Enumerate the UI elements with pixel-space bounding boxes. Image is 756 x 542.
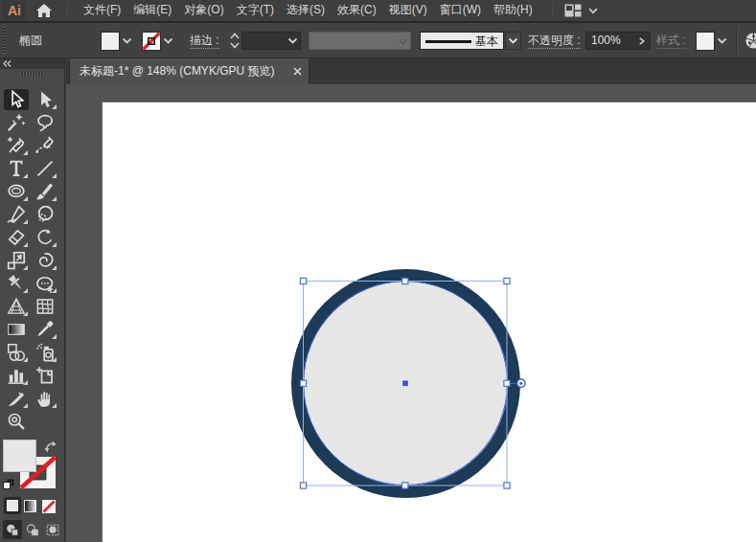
tool-width[interactable] — [33, 250, 57, 271]
tools-panel-gripper[interactable] — [20, 72, 45, 77]
tool-magic-wand[interactable] — [4, 112, 29, 133]
tool-eyedropper[interactable] — [33, 319, 57, 340]
tool-slice[interactable] — [4, 388, 29, 409]
menu-object[interactable]: 对象(O) — [184, 0, 223, 21]
swap-fill-stroke-icon[interactable] — [44, 440, 57, 453]
tool-zoom[interactable] — [4, 411, 29, 432]
color-button-swatch — [7, 500, 18, 511]
tool-direct-selection[interactable] — [33, 89, 57, 110]
style-chevron-down-icon[interactable] — [717, 37, 727, 45]
tool-symbol-sprayer[interactable] — [33, 342, 57, 363]
selection-overlay — [66, 84, 756, 542]
tool-perspective-grid[interactable] — [4, 296, 29, 317]
width-profile-dropdown-disabled — [309, 32, 411, 50]
gradient-button[interactable] — [24, 500, 36, 512]
document-tab-title: 未标题-1* @ 148% (CMYK/GPU 预览) — [80, 58, 275, 84]
color-button[interactable] — [4, 497, 21, 514]
stroke-weight-dropdown[interactable] — [241, 32, 301, 50]
stroke-color-swatch-none[interactable] — [142, 32, 161, 51]
opacity-label[interactable]: 不透明度 : — [528, 23, 581, 57]
tool-line-segment[interactable] — [33, 158, 57, 179]
document-tab-bar: 未标题-1* @ 148% (CMYK/GPU 预览) — [66, 58, 756, 84]
canvas-viewport[interactable] — [66, 84, 756, 542]
tool-mesh[interactable] — [33, 296, 57, 317]
chevron-down-icon — [508, 37, 518, 45]
chevron-right-icon — [638, 37, 646, 45]
tools-panel — [0, 58, 65, 542]
menu-bar: Ai 文件(F) 编辑(E) 对象(O) 文字(T) 选择(S) 效果(C) 视… — [0, 0, 756, 21]
tool-pen[interactable] — [4, 135, 29, 156]
tools-panel-header — [0, 58, 64, 69]
menubar-separator — [67, 3, 68, 18]
context-label: 椭圆 — [19, 23, 42, 57]
menu-type[interactable]: 文字(T) — [237, 0, 274, 21]
menubar-separator — [552, 3, 553, 18]
control-bar: 椭圆 描边 : 基本 不透明度 : 100% — [0, 23, 756, 57]
tool-puppet-warp[interactable] — [4, 273, 29, 294]
center-point-handle[interactable] — [402, 380, 408, 386]
opacity-value: 100% — [591, 33, 621, 49]
none-button[interactable] — [42, 500, 56, 513]
pie-widget-handle[interactable] — [517, 379, 525, 387]
chevron-down-icon — [398, 38, 408, 46]
menu-view[interactable]: 视图(V) — [389, 0, 427, 21]
document-tab[interactable]: 未标题-1* @ 148% (CMYK/GPU 预览) — [69, 58, 309, 84]
draw-inside-mode[interactable] — [43, 520, 62, 539]
default-fill-stroke-icon[interactable] — [3, 479, 14, 490]
tool-scale[interactable] — [4, 250, 29, 271]
draw-behind-mode[interactable] — [23, 520, 42, 539]
workspace-switcher[interactable] — [564, 4, 598, 17]
tool-blob-brush[interactable] — [33, 204, 57, 225]
document-area: 未标题-1* @ 148% (CMYK/GPU 预览) — [66, 58, 756, 542]
menu-edit[interactable]: 编辑(E) — [133, 0, 172, 21]
tool-curvature[interactable] — [33, 135, 57, 156]
chevron-down-icon — [588, 8, 598, 14]
style-label: 样式 : — [656, 23, 686, 57]
tool-paintbrush[interactable] — [33, 181, 57, 202]
main-menu: 文件(F) 编辑(E) 对象(O) 文字(T) 选择(S) 效果(C) 视图(V… — [83, 0, 533, 21]
menu-file[interactable]: 文件(F) — [83, 0, 121, 21]
fill-color-swatch[interactable] — [101, 32, 120, 51]
chevron-down-icon — [287, 37, 298, 45]
menu-window[interactable]: 窗口(W) — [440, 0, 481, 21]
stroke-weight-stepper[interactable] — [229, 32, 241, 50]
illustrator-window: Ai 文件(F) 编辑(E) 对象(O) 文字(T) 选择(S) 效果(C) 视… — [0, 0, 756, 542]
brush-definition-dropdown[interactable]: 基本 — [420, 32, 504, 50]
controlbar-gripper[interactable] — [2, 27, 6, 54]
app-logo-icon[interactable]: Ai — [3, 1, 26, 20]
tool-shaper[interactable] — [4, 204, 29, 225]
collapse-panel-icon[interactable] — [3, 60, 11, 67]
draw-normal-mode[interactable] — [3, 520, 22, 539]
tool-ellipse[interactable] — [4, 181, 29, 202]
opacity-dropdown[interactable]: 100% — [585, 32, 651, 50]
recolor-artwork-icon[interactable] — [745, 32, 756, 50]
tool-lasso[interactable] — [33, 112, 57, 133]
tool-gradient[interactable] — [4, 319, 29, 340]
tool-blend[interactable] — [4, 342, 29, 363]
tool-shape-builder[interactable] — [33, 273, 57, 294]
workspace-switcher-icon — [564, 4, 582, 17]
brush-name: 基本 — [475, 33, 498, 50]
brush-stroke-preview — [425, 40, 471, 43]
tool-hand[interactable] — [33, 388, 57, 409]
fill-chevron-down-icon[interactable] — [122, 37, 132, 45]
tool-type[interactable] — [4, 158, 29, 179]
style-swatch[interactable] — [696, 32, 715, 51]
tool-eraser[interactable] — [4, 227, 29, 248]
controlbar-separator — [736, 28, 737, 53]
stroke-weight-label[interactable]: 描边 : — [190, 23, 219, 57]
menu-help[interactable]: 帮助(H) — [493, 0, 533, 21]
brush-chevron-button[interactable] — [505, 32, 521, 50]
menu-select[interactable]: 选择(S) — [286, 0, 325, 21]
tool-rotate[interactable] — [33, 227, 57, 248]
fill-indicator[interactable] — [3, 440, 36, 472]
menu-effect[interactable]: 效果(C) — [337, 0, 377, 21]
stroke-chevron-down-icon[interactable] — [163, 37, 173, 45]
tool-column-graph[interactable] — [4, 365, 29, 386]
tool-artboard[interactable] — [33, 365, 57, 386]
home-icon[interactable] — [35, 3, 53, 18]
tab-close-icon[interactable] — [293, 67, 302, 76]
tool-selection[interactable] — [4, 89, 29, 110]
